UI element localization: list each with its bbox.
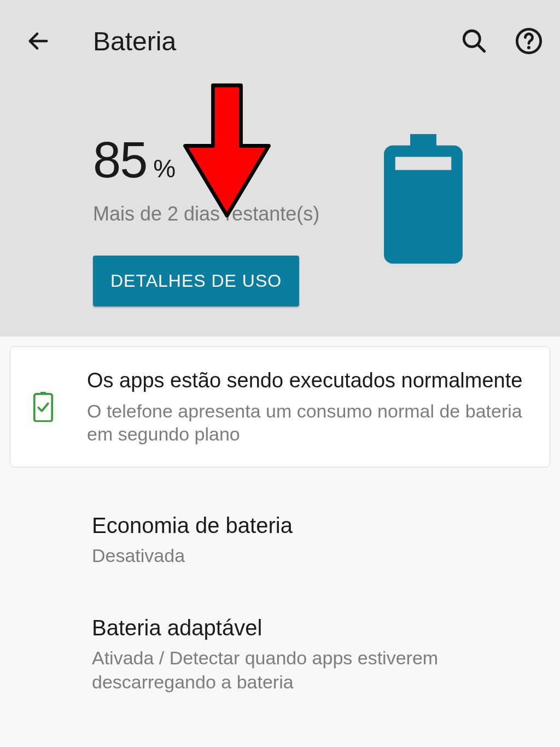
setting-subtitle: Desativada: [92, 543, 539, 568]
setting-subtitle: Ativada / Detectar quando apps estiverem…: [92, 646, 539, 694]
help-button[interactable]: [514, 26, 544, 56]
battery-percent-value: 85: [93, 131, 147, 189]
battery-icon: [380, 134, 467, 265]
battery-hero: 85 % Mais de 2 dias restante(s) DETALHES…: [0, 82, 560, 337]
app-bar: Bateria: [0, 0, 560, 82]
battery-check-icon: [32, 392, 54, 422]
back-button[interactable]: [22, 25, 55, 57]
apps-status-card[interactable]: Os apps estão sendo executados normalmen…: [10, 346, 550, 467]
setting-adaptive-battery[interactable]: Bateria adaptável Ativada / Detectar qua…: [10, 592, 550, 718]
help-icon: [515, 27, 543, 55]
svg-rect-3: [410, 134, 436, 146]
setting-title: Bateria adaptável: [92, 616, 539, 640]
svg-rect-7: [34, 394, 52, 421]
status-title: Os apps estão sendo executados normalmen…: [87, 368, 539, 394]
page-title: Bateria: [93, 26, 459, 56]
search-icon: [460, 27, 488, 55]
search-button[interactable]: [459, 26, 489, 56]
usage-details-button[interactable]: DETALHES DE USO: [93, 256, 299, 306]
setting-title: Economia de bateria: [92, 513, 539, 538]
battery-percent-symbol: %: [153, 154, 176, 183]
svg-point-2: [527, 46, 530, 49]
pointer-arrow-icon: [180, 79, 273, 222]
status-subtitle: O telefone apresenta um consumo normal d…: [87, 399, 539, 446]
arrow-left-icon: [26, 28, 51, 54]
setting-battery-saver[interactable]: Economia de bateria Desativada: [10, 489, 550, 592]
svg-rect-5: [395, 157, 451, 170]
